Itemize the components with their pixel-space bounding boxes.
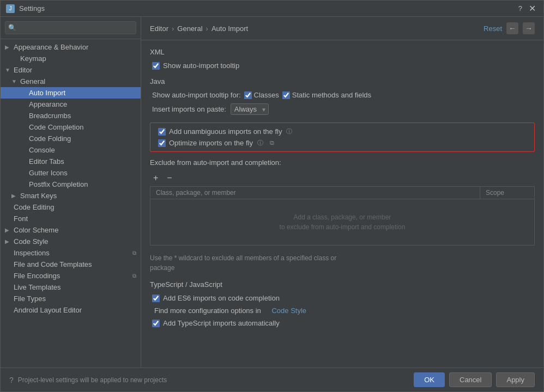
sidebar-item-smart-keys[interactable]: ▶ Smart Keys	[1, 190, 141, 201]
sidebar-item-general[interactable]: ▼ General	[1, 76, 141, 87]
sidebar-item-console[interactable]: ▶ Console	[1, 144, 141, 156]
sidebar-item-label: Color Scheme	[14, 226, 58, 234]
xml-show-tooltip-row: Show auto-import tooltip	[150, 62, 535, 70]
insert-imports-select[interactable]: Always Ask Never	[231, 103, 269, 115]
reset-button[interactable]: Reset	[483, 24, 502, 33]
search-input[interactable]	[5, 21, 136, 34]
sidebar-item-appearance[interactable]: ▶ Appearance	[1, 99, 141, 110]
sidebar-item-inspections[interactable]: ▶ Inspections ⧉	[1, 247, 141, 259]
search-wrapper: 🔍	[5, 21, 136, 34]
sidebar-item-label: Editor	[14, 66, 32, 74]
add-ts-label[interactable]: Add TypeScript imports automatically	[152, 319, 280, 327]
ts-section: TypeScript / JavaScript Add ES6 imports …	[150, 280, 535, 327]
optimize-imports-info-icon[interactable]: ⓘ	[257, 139, 263, 147]
java-tooltip-for-label: Show auto-import tooltip for:	[152, 91, 241, 99]
add-es6-label[interactable]: Add ES6 imports on code completion	[152, 294, 280, 302]
optimize-imports-row: Optimize imports on the fly ⓘ ⧉	[156, 139, 529, 147]
expand-arrow: ▼	[11, 78, 18, 84]
sidebar-item-label: Postfix Completion	[29, 180, 88, 188]
titlebar: J Settings ? ✕	[1, 1, 543, 17]
sidebar-item-postfix-completion[interactable]: ▶ Postfix Completion	[1, 179, 141, 190]
sidebar-item-code-editing[interactable]: ▶ Code Editing	[1, 201, 141, 213]
static-methods-label[interactable]: Static methods and fields	[282, 91, 371, 99]
add-ts-row: Add TypeScript imports automatically	[150, 319, 535, 327]
highlighted-options-section: Add unambiguous imports on the fly ⓘ Opt…	[150, 122, 535, 152]
find-config-row: Find more configuration options in Code …	[150, 307, 535, 315]
sidebar-item-label: Live Templates	[14, 283, 61, 291]
sidebar-item-android-layout-editor[interactable]: ▶ Android Layout Editor	[1, 304, 141, 316]
sidebar-item-color-scheme[interactable]: ▶ Color Scheme	[1, 224, 141, 236]
sidebar-item-code-style[interactable]: ▶ Code Style	[1, 236, 141, 247]
remove-exclude-button[interactable]: −	[164, 172, 175, 184]
search-box: 🔍	[1, 17, 141, 39]
sidebar-item-label: File Types	[14, 295, 46, 303]
code-style-link[interactable]: Code Style	[271, 307, 306, 315]
sidebar-item-label: Code Style	[14, 237, 49, 246]
sidebar-item-gutter-icons[interactable]: ▶ Gutter Icons	[1, 167, 141, 179]
sidebar-item-code-folding[interactable]: ▶ Code Folding	[1, 133, 141, 144]
sidebar-item-label: File Encodings	[14, 272, 60, 280]
cancel-button[interactable]: Cancel	[449, 372, 492, 387]
expand-arrow: ▶	[11, 193, 18, 199]
add-exclude-button[interactable]: +	[150, 172, 161, 184]
add-unambiguous-info-icon[interactable]: ⓘ	[286, 127, 292, 136]
optimize-imports-label[interactable]: Optimize imports on the fly	[158, 139, 253, 147]
back-button[interactable]: ←	[506, 22, 518, 34]
sidebar-item-keymap[interactable]: ▶ Keymap	[1, 53, 141, 64]
exclude-empty-hint: Add a class, package, or member to exclu…	[156, 201, 529, 243]
sidebar-item-breadcrumbs[interactable]: ▶ Breadcrumbs	[1, 110, 141, 121]
sidebar-item-label: Android Layout Editor	[14, 306, 82, 314]
sidebar-item-label: Appearance & Behavior	[14, 43, 88, 51]
main-content: 🔍 ▶ Appearance & Behavior ▶ Keymap ▼	[1, 17, 543, 367]
sidebar-item-label: Appearance	[29, 100, 67, 108]
content-header: Editor › General › Auto Import Reset ← →	[141, 17, 543, 40]
settings-window: J Settings ? ✕ 🔍 ▶ Appearance & Behavior	[0, 0, 544, 392]
sidebar: 🔍 ▶ Appearance & Behavior ▶ Keymap ▼	[1, 17, 141, 367]
app-icon: J	[6, 4, 15, 13]
sidebar-item-label: Inspections	[14, 249, 50, 257]
find-config-text: Find more configuration options in	[154, 307, 261, 315]
add-ts-checkbox[interactable]	[152, 320, 160, 327]
sidebar-item-label: Editor Tabs	[29, 157, 64, 166]
copy-icon[interactable]: ⧉	[270, 139, 274, 146]
close-button[interactable]: ✕	[527, 3, 538, 14]
add-unambiguous-label[interactable]: Add unambiguous imports on the fly	[158, 127, 282, 136]
sidebar-item-editor[interactable]: ▼ Editor	[1, 64, 141, 76]
classes-checkbox[interactable]	[244, 91, 252, 99]
sidebar-item-auto-import[interactable]: ▶ Auto Import	[1, 87, 141, 99]
exclude-section-label: Exclude from auto-import and completion:	[150, 158, 535, 167]
add-unambiguous-row: Add unambiguous imports on the fly ⓘ	[156, 127, 529, 136]
sidebar-item-live-templates[interactable]: ▶ Live Templates	[1, 281, 141, 293]
sidebar-item-font[interactable]: ▶ Font	[1, 213, 141, 224]
header-actions: Reset ← →	[483, 22, 535, 34]
static-methods-checkbox[interactable]	[282, 91, 290, 99]
ok-button[interactable]: OK	[414, 372, 445, 387]
sidebar-item-editor-tabs[interactable]: ▶ Editor Tabs	[1, 156, 141, 167]
xml-show-tooltip-checkbox[interactable]	[152, 62, 160, 70]
sidebar-item-file-types[interactable]: ▶ File Types	[1, 293, 141, 304]
sidebar-item-code-completion[interactable]: ▶ Code Completion	[1, 121, 141, 133]
breadcrumb-part-general: General	[177, 24, 202, 33]
col-class-header: Class, package, or member	[150, 187, 480, 199]
sidebar-item-appearance-behavior[interactable]: ▶ Appearance & Behavior	[1, 41, 141, 53]
add-es6-checkbox[interactable]	[152, 295, 160, 302]
sidebar-item-file-code-templates[interactable]: ▶ File and Code Templates	[1, 259, 141, 270]
sidebar-item-file-encodings[interactable]: ▶ File Encodings ⧉	[1, 270, 141, 281]
apply-button[interactable]: Apply	[496, 372, 535, 387]
window-title: Settings	[19, 4, 514, 13]
help-icon[interactable]: ?	[514, 4, 527, 13]
expand-arrow: ▶	[5, 44, 11, 50]
wildcard-note: Use the * wildcard to exclude all member…	[150, 253, 535, 273]
sidebar-item-label: Breadcrumbs	[29, 112, 71, 120]
breadcrumb: Editor › General › Auto Import	[150, 24, 483, 33]
classes-label[interactable]: Classes	[244, 91, 279, 99]
xml-show-tooltip-label[interactable]: Show auto-import tooltip	[152, 62, 239, 70]
sidebar-item-label: Keymap	[20, 54, 46, 63]
sidebar-item-label: Gutter Icons	[29, 169, 68, 177]
add-unambiguous-checkbox[interactable]	[158, 128, 166, 136]
sidebar-item-label: Auto Import	[29, 89, 65, 97]
search-icon: 🔍	[8, 24, 16, 32]
bottom-help-icon[interactable]: ?	[9, 376, 14, 384]
forward-button[interactable]: →	[523, 22, 535, 34]
optimize-imports-checkbox[interactable]	[158, 139, 166, 147]
